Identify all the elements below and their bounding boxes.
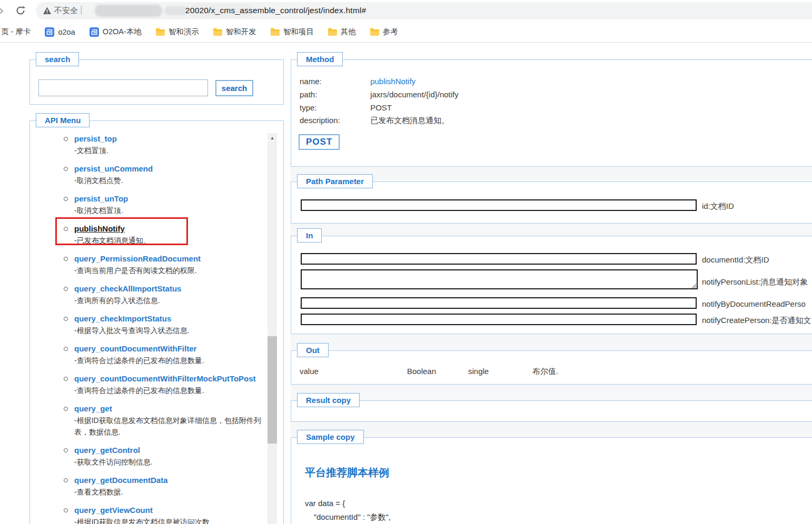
api-menu-item-query_checkAllImportStatus[interactable]: query_checkAllImportStatus-查询所有的导入状态信息. [74, 283, 275, 306]
scrollbar-thumb[interactable] [268, 336, 277, 444]
field-label: path: [300, 90, 368, 99]
bookmark-item[interactable]: 智和演示 [156, 27, 199, 37]
o2oa-icon [90, 27, 99, 37]
api-method-name[interactable]: query_getControl [74, 445, 275, 456]
bookmark-item[interactable]: 页 - 摩卡 [1, 27, 31, 37]
search-button[interactable]: search [215, 80, 253, 96]
in-notifybydocumentreadperson-label: notifyByDocumentReadPerso [702, 299, 806, 308]
api-menu-item-query_countDocumentWithFilter[interactable]: query_countDocumentWithFilter-查询符合过滤条件的已… [74, 343, 275, 366]
field-label: description: [300, 116, 368, 125]
api-menu-panel: API Menu persist_top-文档置顶.persist_unComm… [29, 120, 284, 524]
bookmarks-bar: 页 - 摩卡o2oaO2OA-本地智和演示智和开发智和项目其他参考 [0, 22, 812, 42]
bookmark-item[interactable]: 智和开发 [213, 27, 256, 37]
sample-code-line: var data = { [305, 499, 345, 508]
api-method-name[interactable]: query_get [74, 403, 275, 415]
scrollbar-up-arrow-icon[interactable]: ▲ [268, 133, 277, 143]
api-menu-item-persist_unTop[interactable]: persist_unTop-取消文档置顶. [74, 193, 275, 216]
api-method-description: -根据ID获取信息发布文档信息被访问次数 [74, 516, 275, 524]
api-method-name[interactable]: query_PermissionReadDocument [74, 253, 275, 265]
in-legend: In [297, 228, 322, 243]
result-copy-section: Result copy [291, 400, 812, 422]
field-value: POST [370, 103, 392, 112]
path-parameter-id-input[interactable] [301, 199, 697, 211]
api-menu-item-query_PermissionReadDocument[interactable]: query_PermissionReadDocument-查询当前用户是否有阅读… [74, 253, 275, 276]
out-value-description: 布尔值. [532, 367, 558, 377]
out-value-name: value [300, 367, 319, 376]
folder-icon [213, 29, 222, 36]
post-execute-button[interactable]: POST [299, 134, 340, 150]
out-value-cardinality: single [468, 367, 489, 376]
api-menu-item-query_get[interactable]: query_get-根据ID获取信息发布文档信息对象详细信息，包括附件列表，数据… [74, 403, 275, 438]
in-notifycreateperson-label: notifyCreatePerson:是否通知文 [702, 316, 811, 326]
search-panel-legend: search [36, 52, 79, 66]
api-menu-item-query_getViewCount[interactable]: query_getViewCount-根据ID获取信息发布文档信息被访问次数 [74, 505, 275, 524]
in-notifypersonlist-textarea[interactable] [301, 269, 698, 289]
api-method-name[interactable]: query_countDocumentWithFilterMockPutToPo… [74, 373, 275, 385]
api-method-name[interactable]: query_countDocumentWithFilter [74, 343, 275, 355]
bookmark-item[interactable]: 其他 [328, 27, 356, 37]
api-menu-item-query_getDocumentData[interactable]: query_getDocumentData-查看文档数据. [74, 475, 275, 498]
search-input[interactable] [38, 79, 208, 96]
method-path-row: path: jaxrs/document/{id}/notify [300, 90, 459, 99]
api-method-description: -查询符合过滤条件的已发布的信息数量. [74, 355, 275, 366]
url-bar[interactable]: 不安全 | 20020/x_cms_assemble_control/jest/… [36, 2, 812, 19]
api-menu-list: persist_top-文档置顶.persist_unCommend-取消文档点… [74, 133, 275, 524]
api-method-name[interactable]: persist_top [74, 133, 275, 145]
api-menu-item-query_checkImportStatus[interactable]: query_checkImportStatus-根据导入批次号查询导入状态信息. [74, 313, 275, 336]
reload-icon[interactable] [15, 5, 26, 16]
sample-code-line: "documentId" : "参数", [305, 512, 391, 522]
api-method-description: -文档置顶. [74, 145, 275, 156]
api-method-name[interactable]: persist_unTop [74, 193, 275, 205]
api-method-name[interactable]: query_getViewCount [74, 505, 275, 516]
result-copy-legend: Result copy [297, 393, 360, 407]
api-menu-item-query_getControl[interactable]: query_getControl-获取文件访问控制信息. [74, 445, 275, 468]
in-documentid-label: documentId:文档ID [702, 255, 769, 265]
bookmark-label: 页 - 摩卡 [1, 27, 31, 37]
api-method-name[interactable]: publishNotify [74, 223, 275, 235]
folder-icon [328, 29, 337, 36]
api-method-description: -获取文件访问控制信息. [74, 456, 275, 468]
browser-chrome: 不安全 | 20020/x_cms_assemble_control/jest/… [0, 0, 812, 43]
bookmark-item[interactable]: o2oa [45, 27, 75, 37]
field-label: name: [300, 77, 368, 86]
api-method-name[interactable]: query_checkAllImportStatus [74, 283, 275, 295]
in-section: In documentId:文档ID notifyPersonList:消息通知… [291, 236, 812, 334]
section-gap [291, 422, 812, 437]
api-menu-item-persist_unCommend[interactable]: persist_unCommend-取消文档点赞. [74, 163, 275, 186]
field-value: jaxrs/document/{id}/notify [370, 90, 459, 99]
api-menu-item-publishNotify[interactable]: publishNotify-已发布文档消息通知。 [74, 223, 275, 246]
bookmark-item[interactable]: 参考 [370, 27, 398, 37]
bookmark-label: 参考 [383, 27, 398, 37]
in-notifycreateperson-input[interactable] [301, 314, 697, 325]
section-gap [291, 334, 812, 350]
bookmark-label: O2OA-本地 [103, 27, 142, 37]
field-value: 已发布文档消息通知。 [370, 116, 449, 126]
bookmark-item[interactable]: 智和项目 [271, 27, 314, 37]
method-name-link[interactable]: publishNotify [370, 77, 415, 86]
bookmark-item[interactable]: O2OA-本地 [90, 27, 142, 37]
in-documentid-input[interactable] [301, 253, 697, 265]
url-text: 20020/x_cms_assemble_control/jest/index.… [185, 6, 366, 15]
field-label: type: [300, 103, 368, 112]
bookmark-label: 智和开发 [226, 27, 256, 37]
method-legend: Method [297, 52, 343, 66]
menu-scrollbar[interactable]: ▲ [268, 133, 277, 524]
bookmark-label: o2oa [58, 28, 75, 36]
method-name-row: name: publishNotify [300, 77, 415, 86]
api-method-name[interactable]: query_getDocumentData [74, 475, 275, 486]
in-notifybydocumentreadperson-input[interactable] [301, 297, 697, 309]
api-method-description: -查询当前用户是否有阅读文档的权限. [74, 265, 275, 276]
not-secure-warning-icon [43, 6, 52, 15]
api-menu-item-persist_top[interactable]: persist_top-文档置顶. [74, 133, 275, 156]
api-menu-item-query_countDocumentWithFilterMockPutToPost[interactable]: query_countDocumentWithFilterMockPutToPo… [74, 373, 275, 396]
api-menu-legend: API Menu [36, 113, 90, 127]
api-method-name[interactable]: persist_unCommend [74, 163, 275, 175]
forward-arrow-icon[interactable] [0, 6, 6, 16]
api-method-description: -查询所有的导入状态信息. [74, 295, 275, 306]
bookmark-label: 智和项目 [283, 27, 314, 37]
method-section: Method name: publishNotify path: jaxrs/d… [291, 59, 812, 167]
url-separator: | [80, 4, 83, 15]
folder-icon [156, 29, 165, 36]
in-notifypersonlist-label: notifyPersonList:消息通知对象 [702, 277, 808, 287]
api-method-name[interactable]: query_checkImportStatus [74, 313, 275, 325]
